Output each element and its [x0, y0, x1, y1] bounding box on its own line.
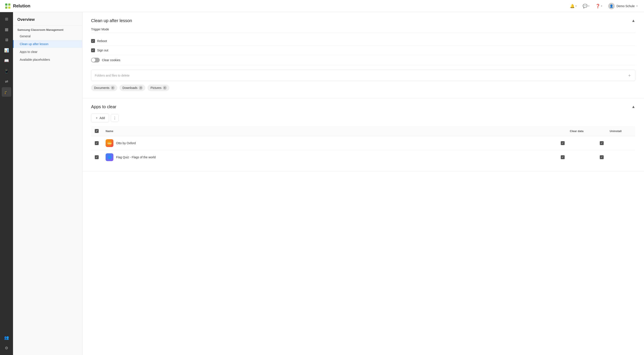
avatar-icon: 👤 [610, 4, 613, 8]
app-name-cell-otto: Otto Otto by Oxford [106, 139, 554, 147]
row2-checkbox[interactable]: ✓ [95, 155, 99, 159]
select-all-checkbox[interactable]: ✓ [95, 129, 99, 133]
app-name-cell-flags: 🌐 Flag Quiz - Flags of the world [106, 153, 554, 161]
sidebar-title: Overview [13, 12, 82, 26]
support-button[interactable]: ❓ ▾ [593, 2, 604, 10]
td-row2-uninstall: ✓ [596, 150, 635, 164]
header: Relution 🔔 ▾ 💬 ▾ ❓ ▾ 👤 Demo Schule ▾ [0, 0, 644, 12]
clean-up-section: Clean up after lesson ▲ Trigger Mode ✓ R… [82, 12, 644, 98]
icon-nav: ⊞ ▦ 🖥 📊 📖 📱 ⇌ 🎓 👥 ⚙ [0, 12, 13, 355]
clean-up-section-header[interactable]: Clean up after lesson ▲ [82, 12, 644, 28]
clean-up-title: Clean up after lesson [91, 18, 132, 23]
nav-flow[interactable]: ⇌ [2, 77, 11, 86]
tag-documents-label: Documents [94, 86, 110, 90]
signout-check-icon: ✓ [92, 49, 94, 52]
user-chevron: ▾ [636, 5, 638, 7]
tag-documents-remove[interactable]: ✕ [111, 86, 115, 90]
row2-cleardata-check-icon: ✓ [562, 156, 564, 159]
tag-pictures-label: Pictures [150, 86, 162, 90]
td-row1-cleardata: ✓ [557, 136, 596, 150]
tag-pictures: Pictures ✕ [148, 84, 169, 91]
th-uninstall: Uninstall [596, 126, 635, 136]
apps-to-clear-section: Apps to clear ▲ ＋ Add ⋮ [82, 98, 644, 172]
signout-checkbox[interactable]: ✓ [91, 48, 95, 52]
svg-text:🌐: 🌐 [108, 156, 110, 158]
clean-up-collapse-icon[interactable]: ▲ [632, 18, 635, 23]
nav-users[interactable]: 👥 [2, 333, 11, 342]
row1-cleardata-check-icon: ✓ [562, 142, 564, 145]
select-all-check-icon: ✓ [96, 130, 98, 132]
main-layout: ⊞ ▦ 🖥 📊 📖 📱 ⇌ 🎓 👥 ⚙ Overview Samsung Cla… [0, 12, 644, 355]
tag-downloads-remove[interactable]: ✕ [139, 86, 143, 90]
reboot-checkbox[interactable]: ✓ [91, 39, 95, 43]
clear-cookies-toggle[interactable] [91, 58, 100, 62]
content-area: Clean up after lesson ▲ Trigger Mode ✓ R… [82, 12, 644, 355]
tags-row: Documents ✕ Downloads ✕ Pictures ✕ [91, 84, 635, 91]
reboot-row: ✓ Reboot [91, 36, 635, 46]
relution-logo-icon [4, 2, 11, 10]
apps-title: Apps to clear [91, 104, 116, 109]
more-vert-icon: ⋮ [113, 116, 116, 120]
help-chevron: ▾ [588, 5, 589, 7]
sidebar-item-general[interactable]: General [13, 32, 82, 40]
row1-check-icon: ✓ [96, 142, 98, 145]
nav-chart[interactable]: 📊 [2, 46, 11, 55]
table-row: ✓ Otto [91, 136, 635, 150]
tag-pictures-remove[interactable]: ✕ [163, 86, 167, 90]
sidebar-item-placeholders[interactable]: Available placeholders [13, 56, 82, 64]
row2-cleardata-checkbox[interactable]: ✓ [561, 155, 565, 159]
nav-home[interactable]: ⊞ [2, 14, 11, 24]
flags-app-icon: 🌐 [106, 153, 114, 161]
row1-uninstall-checkbox[interactable]: ✓ [600, 141, 604, 145]
row2-uninstall-checkbox[interactable]: ✓ [600, 155, 604, 159]
more-options-button[interactable]: ⋮ [111, 114, 118, 122]
question-icon: ❓ [596, 4, 600, 8]
nav-settings[interactable]: ⚙ [2, 343, 11, 353]
flags-app-name: Flag Quiz - Flags of the world [116, 156, 156, 159]
apps-toolbar: ＋ Add ⋮ [91, 114, 635, 122]
tag-downloads: Downloads ✕ [120, 84, 145, 91]
help-button[interactable]: 💬 ▾ [580, 2, 592, 10]
folders-add-icon[interactable]: ＋ [627, 72, 632, 78]
row2-check-icon: ✓ [96, 156, 98, 159]
sidebar: Overview Samsung Classroom Management Ge… [13, 12, 82, 355]
nav-book[interactable]: 📖 [2, 56, 11, 66]
sidebar-item-apps-to-clear[interactable]: Apps to clear [13, 48, 82, 56]
toggle-knob [92, 58, 96, 62]
header-actions: 🔔 ▾ 💬 ▾ ❓ ▾ 👤 Demo Schule ▾ [568, 2, 640, 11]
nav-grid[interactable]: ▦ [2, 25, 11, 34]
td-row2-name: 🌐 Flag Quiz - Flags of the world [102, 150, 557, 164]
sidebar-section-label: Samsung Classroom Management [13, 26, 82, 32]
notifications-button[interactable]: 🔔 ▾ [568, 2, 579, 10]
otto-app-name: Otto by Oxford [116, 142, 136, 145]
folders-input[interactable]: Folders and files to delete ＋ [91, 70, 635, 81]
sidebar-item-cleanup[interactable]: Clean up after lesson [13, 40, 82, 48]
th-select-all: ✓ [91, 126, 102, 136]
svg-text:Otto: Otto [108, 142, 112, 144]
svg-rect-1 [5, 4, 7, 6]
logo-text: Relution [13, 4, 30, 8]
apps-collapse-icon[interactable]: ▲ [632, 104, 635, 109]
signout-row: ✓ Sign out [91, 46, 635, 55]
clean-up-body: Trigger Mode ✓ Reboot ✓ Sign out [82, 28, 644, 98]
otto-icon-svg: Otto [107, 140, 112, 146]
svg-rect-3 [5, 6, 7, 9]
row1-cleardata-checkbox[interactable]: ✓ [561, 141, 565, 145]
nav-monitor[interactable]: 🖥 [2, 35, 11, 45]
apps-body: ＋ Add ⋮ ✓ [82, 114, 644, 171]
apps-section-header[interactable]: Apps to clear ▲ [82, 98, 644, 114]
row1-uninstall-check-icon: ✓ [601, 142, 603, 145]
tag-documents: Documents ✕ [91, 84, 117, 91]
th-name: Name [102, 126, 557, 136]
row1-checkbox[interactable]: ✓ [95, 141, 99, 145]
chat-icon: 💬 [583, 4, 588, 8]
trigger-mode-label: Trigger Mode [91, 28, 635, 33]
table-header-row: ✓ Name Clear data Uninstall [91, 126, 635, 136]
add-app-button[interactable]: ＋ Add [91, 114, 109, 122]
user-name-label: Demo Schule [616, 4, 635, 8]
add-plus-icon: ＋ [95, 116, 98, 120]
nav-school[interactable]: 🎓 [2, 87, 11, 97]
user-menu[interactable]: 👤 Demo Schule ▾ [606, 2, 640, 11]
nav-devices[interactable]: 📱 [2, 66, 11, 76]
avatar: 👤 [608, 3, 615, 9]
